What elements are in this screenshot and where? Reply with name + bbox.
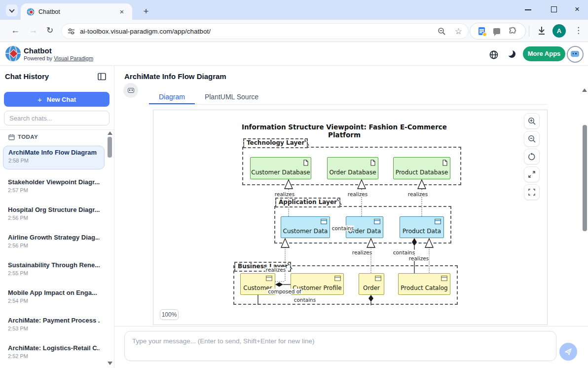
page-title: ArchiMate Info Flow Diagram	[124, 72, 226, 81]
bookmark-icon[interactable]: ☆	[455, 26, 462, 37]
node-customer-data: Customer Data	[281, 216, 330, 238]
reload-icon[interactable]: ↻	[46, 25, 53, 36]
business-object-icon	[375, 276, 381, 281]
chat-history-heading: Chat History	[5, 72, 49, 81]
reset-view-button[interactable]	[524, 149, 540, 164]
node-product-catalog: Product Catalog	[398, 273, 450, 295]
toolbar-separator	[529, 26, 529, 37]
edge-label-realizes: realizes	[352, 250, 372, 255]
fullscreen-icon	[528, 188, 536, 196]
fullscreen-button[interactable]	[524, 184, 540, 200]
expand-icon	[528, 170, 536, 178]
business-object-icon	[334, 276, 341, 281]
maximize-button[interactable]	[551, 6, 557, 12]
zoom-in-icon	[528, 117, 536, 125]
chevron-down-icon	[9, 7, 14, 12]
edge-label-contains: contains	[331, 226, 354, 231]
comment-icon[interactable]	[493, 28, 500, 34]
edge-label-realizes: realizes	[274, 192, 295, 197]
assistant-avatar	[123, 83, 138, 98]
node-order: Order	[359, 273, 384, 295]
zoom-out-indicator-icon[interactable]	[438, 27, 446, 36]
more-apps-button[interactable]: More Apps	[523, 46, 565, 61]
business-object-icon	[441, 276, 447, 281]
send-icon	[564, 348, 572, 356]
sidebar-item-chat[interactable]: ArchiMate Info Flow Diagram2:58 PM	[3, 146, 105, 169]
tab-title: Chatbot	[38, 8, 117, 15]
artifact-icon	[442, 160, 447, 166]
search-chats-input[interactable]	[4, 111, 110, 125]
zoom-level-badge: 100%	[160, 309, 179, 320]
main-scroll-up-icon[interactable]	[582, 88, 587, 92]
expand-button[interactable]	[524, 166, 540, 182]
tab-search-button[interactable]	[6, 4, 18, 16]
browser-window: Chatbot × + × ← → ↻ ai-toolbox.visual-pa…	[0, 0, 588, 368]
sidebar-scrollbar-thumb[interactable]	[108, 137, 112, 158]
message-input[interactable]	[132, 337, 549, 355]
minimize-button[interactable]	[525, 9, 531, 10]
tab-diagram[interactable]: Diagram	[149, 90, 195, 104]
url-text[interactable]: ai-toolbox.visual-paradigm.com/app/chatb…	[80, 28, 438, 35]
sidebar-scroll-up-icon[interactable]	[108, 131, 112, 135]
main-scrollbar-thumb[interactable]	[583, 125, 587, 231]
profile-avatar[interactable]: A	[552, 24, 566, 38]
sidebar-item-chat[interactable]: ArchiMate: Logistics-Retail C...2:52 PM	[3, 342, 105, 366]
app-logo	[5, 46, 21, 61]
language-globe-icon[interactable]	[489, 50, 498, 59]
extensions-icon[interactable]	[509, 27, 517, 36]
browser-menu-icon[interactable]: ⋮	[574, 25, 583, 36]
download-icon[interactable]	[537, 26, 547, 36]
powered-by: Powered by Visual Paradigm	[24, 55, 93, 61]
tab-close-icon[interactable]: ×	[117, 7, 126, 16]
tab-plantuml-source[interactable]: PlantUML Source	[195, 90, 268, 104]
diagram-title: Information Structure Viewpoint: Fashion…	[226, 123, 463, 139]
tab-favicon	[27, 8, 35, 16]
address-bar[interactable]: ai-toolbox.visual-paradigm.com/app/chatb…	[61, 23, 469, 39]
chatbot-widget-icon[interactable]	[567, 46, 584, 63]
app-name: Chatbot	[24, 46, 52, 55]
result-tabs: Diagram PlantUML Source	[149, 90, 548, 105]
robot-icon	[128, 88, 134, 93]
dark-mode-icon[interactable]	[508, 50, 515, 58]
forward-icon[interactable]: →	[29, 25, 37, 36]
edge-label-realizes: realizes	[347, 192, 368, 197]
zoom-out-button[interactable]	[524, 131, 540, 147]
sidebar-divider	[0, 129, 114, 130]
diagram-canvas: Information Structure Viewpoint: Fashion…	[226, 119, 463, 311]
data-object-icon	[321, 219, 327, 224]
calendar-icon	[8, 134, 15, 140]
data-object-icon	[435, 219, 441, 224]
sidebar-item-chat[interactable]: ArchiMate: Payment Process ...2:53 PM	[3, 314, 105, 338]
section-today: TODAY	[18, 134, 38, 140]
docs-offline-icon[interactable]	[478, 27, 485, 35]
sidebar-item-chat[interactable]: Stakeholder Viewpoint Diagr...2:57 PM	[3, 176, 105, 200]
visual-paradigm-link[interactable]: Visual Paradigm	[54, 55, 93, 61]
sidebar-item-chat[interactable]: Airline Growth Strategy Diag...2:56 PM	[3, 231, 105, 255]
send-button[interactable]	[559, 343, 577, 361]
edge-label-realizes: realizes	[408, 256, 429, 261]
sidebar-item-chat[interactable]: Sustainability Through Rene...2:55 PM	[3, 259, 105, 283]
new-tab-button[interactable]: +	[140, 5, 152, 17]
message-input-wrapper[interactable]	[124, 331, 556, 361]
site-info-icon[interactable]	[68, 28, 75, 35]
plus-icon: +	[37, 95, 42, 104]
sidebar-item-chat[interactable]: Hospital Org Structure Diagr...2:56 PM	[3, 204, 105, 227]
sidebar-scroll-down-icon[interactable]	[108, 362, 112, 365]
technology-layer-label: Technology Layer	[243, 138, 308, 148]
sidebar-item-chat[interactable]: Mobile App Impact on Enga...2:54 PM	[3, 286, 105, 310]
artifact-icon	[370, 160, 375, 166]
edge-label-contains: contains	[393, 250, 415, 255]
artifact-icon	[303, 160, 308, 166]
browser-tab[interactable]: Chatbot ×	[21, 3, 132, 20]
new-chat-button[interactable]: + New Chat	[4, 92, 110, 107]
collapse-sidebar-icon[interactable]	[98, 73, 106, 81]
data-object-icon	[374, 219, 380, 224]
edge-label-composed-of: composed of	[267, 289, 302, 294]
zoom-in-button[interactable]	[524, 113, 540, 129]
node-customer-database: Customer Database	[250, 157, 311, 179]
node-order-database: Order Database	[327, 157, 378, 179]
window-close-button[interactable]: ×	[573, 4, 582, 15]
edge-label-realizes: realizes	[265, 267, 286, 273]
back-icon[interactable]: ←	[11, 25, 20, 36]
reset-icon	[528, 153, 536, 161]
